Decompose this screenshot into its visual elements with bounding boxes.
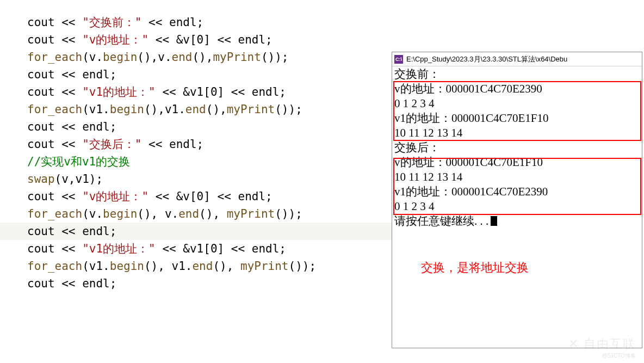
code-line: cout << endl; (0, 66, 392, 83)
console-window[interactable]: C:\ E:\Cpp_Study\2023.3月\23.3.30\STL算法\x… (392, 52, 642, 348)
code-line: cout << "交换前：" << endl; (0, 14, 392, 31)
console-line: 请按任意键继续. . . (394, 214, 640, 229)
code-line: cout << endl; (0, 223, 392, 240)
code-line: cout << endl; (0, 275, 392, 292)
console-line: 0 1 2 3 4 (394, 96, 640, 111)
annotation-text: 交换，是将地址交换 (421, 260, 529, 275)
console-line: 交换前： (394, 67, 640, 82)
console-line: v的地址：000001C4C70E1F10 (394, 155, 640, 170)
code-editor[interactable]: cout << "交换前：" << endl; cout << "v的地址：" … (0, 14, 392, 292)
code-line: cout << "v1的地址：" << &v1[0] << endl; (0, 240, 392, 257)
console-line: 10 11 12 13 14 (394, 170, 640, 184)
cursor-icon (491, 216, 497, 226)
code-line: for_each(v1.begin(), v1.end(), myPrint()… (0, 257, 392, 275)
code-line: for_each(v.begin(),v.end(),myPrint()); (0, 48, 392, 66)
console-line: 交换后： (394, 140, 640, 155)
console-line: v1的地址：000001C4C70E1F10 (394, 111, 640, 126)
code-line: for_each(v1.begin(),v1.end(),myPrint()); (0, 101, 392, 118)
console-output: 交换前： v的地址：000001C4C70E2390 0 1 2 3 4 v1的… (392, 66, 642, 229)
code-line: cout << "v的地址：" << &v[0] << endl; (0, 31, 392, 48)
code-line: cout << endl; (0, 118, 392, 136)
console-line: v1的地址：000001C4C70E2390 (394, 184, 640, 199)
code-line: cout << "v1的地址：" << &v1[0] << endl; (0, 83, 392, 101)
console-line: 10 11 12 13 14 (394, 126, 640, 140)
watermark-sub: @51CTO博客 (602, 352, 636, 360)
code-line: swap(v,v1); (0, 170, 392, 188)
console-icon: C:\ (394, 55, 403, 64)
code-line: cout << "v的地址：" << &v[0] << endl; (0, 188, 392, 205)
console-line: 0 1 2 3 4 (394, 199, 640, 214)
code-line: //实现v和v1的交换 (0, 153, 392, 170)
watermark: ✕ 自由互联 (568, 336, 636, 352)
code-line: cout << "交换后：" << endl; (0, 136, 392, 153)
console-titlebar[interactable]: C:\ E:\Cpp_Study\2023.3月\23.3.30\STL算法\x… (392, 52, 642, 66)
console-line: v的地址：000001C4C70E2390 (394, 82, 640, 96)
code-line: for_each(v.begin(), v.end(), myPrint()); (0, 205, 392, 223)
console-title: E:\Cpp_Study\2023.3月\23.3.30\STL算法\x64\D… (406, 54, 567, 64)
